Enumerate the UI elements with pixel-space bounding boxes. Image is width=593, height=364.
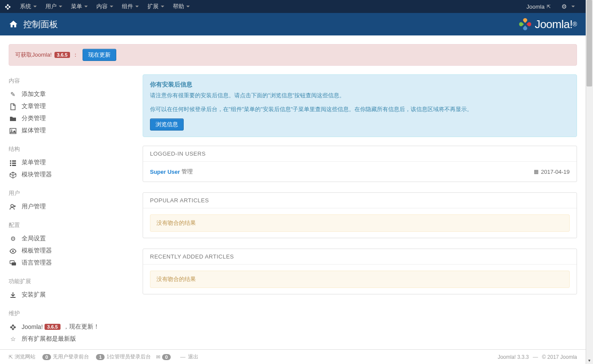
sidebar-item-joomla-update[interactable]: Joomla! 3.6.5 ，现在更新！: [9, 321, 134, 333]
logged-in-user-row: Super User 管理 ▦ 2017-04-19: [150, 168, 570, 176]
envelope-icon: ✉: [156, 354, 160, 360]
update-alert: 可获取Joomla! 3.6.5 ： 现在更新: [9, 44, 577, 66]
chevron-down-icon: [110, 6, 113, 7]
panel-popular-articles: POPULAR ARTICLES 没有吻合的结果: [143, 192, 577, 238]
info-box-line2: 你可以在任何时候登录后台，在"组件"菜单的"安装后信息"子菜单里查阅这些信息。在…: [150, 105, 570, 114]
download-icon: [9, 291, 17, 298]
scrollbar-thumb[interactable]: [587, 0, 592, 86]
nav-menus[interactable]: 菜单: [67, 0, 92, 13]
version-badge: 3.6.5: [54, 52, 70, 58]
user-login-date: ▦ 2017-04-19: [534, 169, 570, 175]
sidebar-item-article-manager[interactable]: 文章管理: [9, 100, 134, 112]
scrollbar[interactable]: ▴ ▾: [586, 0, 593, 364]
postinstall-info-box: 你有安装后信息 请注意你有很重要的安装后信息。请点击下面的"浏览信息"按钮查阅这…: [143, 74, 577, 137]
sidebar-item-menu-manager[interactable]: 菜单管理: [9, 156, 134, 169]
joomla-brand-icon: [518, 17, 532, 31]
chevron-down-icon: [59, 6, 62, 7]
cog-icon: ⚙: [9, 235, 17, 242]
sidebar-item-add-article[interactable]: ✎添加文章: [9, 88, 134, 100]
main-content: 你有安装后信息 请注意你有很重要的安装后信息。请点击下面的"浏览信息"按钮查阅这…: [143, 74, 577, 351]
footer-messages[interactable]: ✉ 0: [156, 354, 172, 360]
scrollbar-down-arrow[interactable]: ▾: [586, 357, 593, 364]
nav-content[interactable]: 内容: [92, 0, 118, 13]
sidebar-item-user-manager[interactable]: 用户管理: [9, 201, 134, 213]
brand-text: Joomla!: [535, 18, 573, 31]
cube-icon: [9, 171, 17, 178]
eye-icon: [9, 247, 17, 254]
sidebar-item-install-extensions[interactable]: 安装扩展: [9, 289, 134, 301]
sidebar-heading-configuration: 配置: [9, 219, 134, 229]
sidebar-heading-structure: 结构: [9, 143, 134, 153]
joomla-icon: [4, 3, 11, 10]
top-navbar: 系统 用户 菜单 内容 组件 扩展 帮助 Joomla⇱ ⚙: [0, 0, 586, 13]
page-title: 控制面板: [23, 19, 58, 30]
sidebar-heading-content: 内容: [9, 74, 134, 85]
image-icon: [9, 127, 17, 134]
footer-view-site[interactable]: ⇱ 浏览网站: [9, 353, 35, 361]
nav-components[interactable]: 组件: [118, 0, 143, 13]
sidebar-heading-maintenance: 维护: [9, 307, 134, 317]
sidebar-item-language-manager[interactable]: 语言管理器: [9, 257, 134, 269]
header-brand: Joomla!®: [518, 17, 577, 31]
panel-header: LOGGED-IN USERS: [143, 146, 577, 162]
empty-results-message: 没有吻合的结果: [150, 214, 570, 232]
nav-help[interactable]: 帮助: [169, 0, 194, 13]
panel-header: RECENTLY ADDED ARTICLES: [143, 249, 577, 265]
sidebar-item-category-manager[interactable]: 分类管理: [9, 112, 134, 125]
file-icon: [9, 102, 17, 110]
list-icon: [9, 159, 17, 166]
count-badge: 0: [162, 354, 171, 360]
nav-settings[interactable]: ⚙: [557, 0, 581, 13]
update-alert-text[interactable]: 可获取Joomla!: [15, 51, 52, 59]
panel-header: POPULAR ARTICLES: [143, 193, 577, 208]
footer-admin-users[interactable]: 1 1位管理员登录后台: [94, 353, 151, 361]
panel-logged-in-users: LOGGED-IN USERS Super User 管理 ▦ 2017-04-…: [143, 146, 577, 182]
sidebar-item-media-manager[interactable]: 媒体管理: [9, 125, 134, 137]
external-link-icon: ⇱: [9, 354, 13, 360]
star-icon: ☆: [9, 335, 17, 342]
svg-rect-4: [10, 163, 11, 164]
version-badge-sidebar: 3.6.5: [45, 324, 60, 330]
divider: —: [180, 354, 185, 360]
chevron-down-icon: [186, 6, 190, 7]
nav-extensions[interactable]: 扩展: [143, 0, 169, 13]
gear-icon: ⚙: [561, 3, 567, 10]
svg-point-10: [12, 250, 14, 252]
chevron-down-icon: [161, 6, 164, 7]
footer-frontend-users[interactable]: 0 无用户登录前台: [41, 353, 89, 361]
info-box-title: 你有安装后信息: [150, 81, 570, 89]
joomla-small-icon: [9, 323, 17, 330]
svg-point-8: [11, 204, 13, 207]
chevron-down-icon: [33, 6, 37, 7]
home-icon: [9, 19, 18, 29]
svg-point-9: [14, 205, 16, 207]
external-link-icon: ⇱: [547, 4, 551, 10]
pencil-icon: ✎: [9, 91, 17, 98]
nav-users[interactable]: 用户: [41, 0, 67, 13]
users-icon: [9, 203, 17, 210]
sidebar-item-module-manager[interactable]: 模块管理器: [9, 169, 134, 181]
nav-joomla-link[interactable]: Joomla⇱: [522, 0, 557, 13]
svg-rect-5: [12, 163, 16, 164]
empty-results-message: 没有吻合的结果: [150, 271, 570, 288]
svg-rect-7: [12, 165, 16, 166]
sidebar-heading-users: 用户: [9, 187, 134, 197]
sidebar-item-extensions-uptodate[interactable]: ☆所有扩展都是最新版: [9, 333, 134, 345]
chevron-down-icon: [135, 6, 139, 7]
review-messages-button[interactable]: 浏览信息: [150, 118, 184, 131]
user-name-link[interactable]: Super User: [150, 169, 180, 175]
panel-recent-articles: RECENTLY ADDED ARTICLES 没有吻合的结果: [143, 249, 577, 294]
update-now-button[interactable]: 现在更新: [83, 49, 116, 61]
folder-icon: [9, 115, 17, 122]
svg-rect-0: [10, 128, 16, 134]
svg-rect-3: [12, 160, 16, 162]
sidebar-item-global-config[interactable]: ⚙全局设置: [9, 233, 134, 245]
sidebar-heading-extensions: 功能扩展: [9, 275, 134, 285]
page-header: 控制面板 Joomla!®: [0, 13, 586, 35]
footer-logout[interactable]: 退出: [188, 353, 198, 361]
nav-system[interactable]: 系统: [16, 0, 41, 13]
svg-point-1: [11, 129, 13, 131]
footer-version-copyright: Joomla! 3.3.3 — © 2017 Joomla: [497, 354, 577, 360]
svg-rect-12: [12, 262, 16, 265]
sidebar-item-template-manager[interactable]: 模板管理器: [9, 245, 134, 257]
